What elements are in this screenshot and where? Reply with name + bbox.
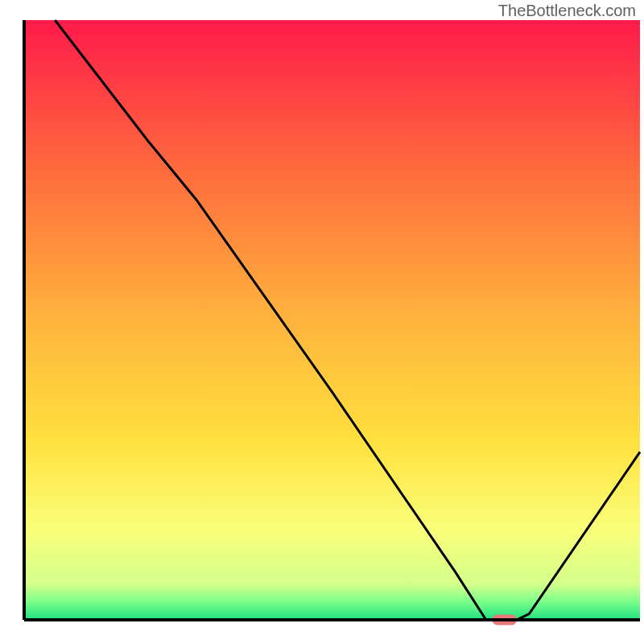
- chart-svg: [0, 0, 644, 644]
- watermark-text: TheBottleneck.com: [498, 2, 636, 20]
- chart-container: TheBottleneck.com: [0, 0, 644, 644]
- plot-background: [24, 20, 640, 620]
